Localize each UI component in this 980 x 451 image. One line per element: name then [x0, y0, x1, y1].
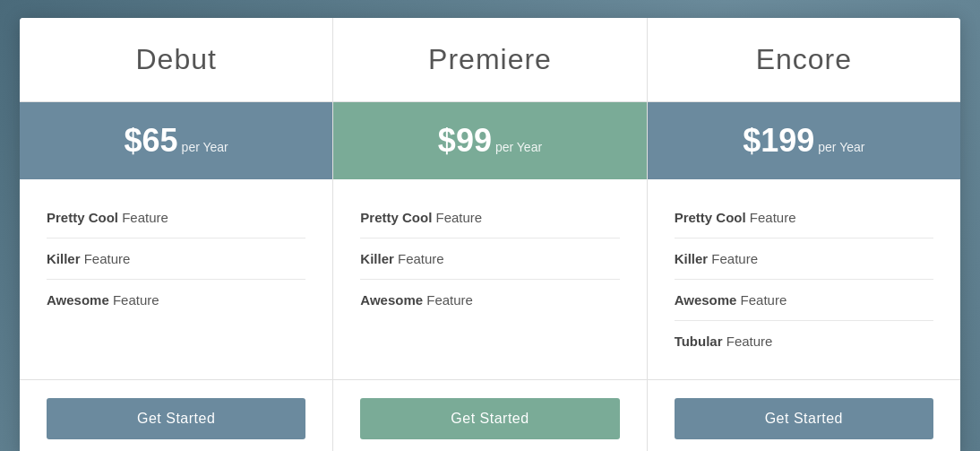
- plan-debut-header: Debut: [20, 18, 332, 102]
- plan-encore-feature-2: Awesome Feature: [675, 280, 933, 321]
- plan-premiere: Premiere$99per YearPretty Cool FeatureKi…: [333, 18, 647, 451]
- plan-debut-feature-0-bold: Pretty Cool: [47, 210, 118, 225]
- plan-premiere-features: Pretty Cool FeatureKiller FeatureAwesome…: [333, 179, 646, 379]
- plan-premiere-price: $99: [438, 122, 492, 159]
- plan-debut-feature-1-bold: Killer: [47, 251, 81, 266]
- plan-debut-price: $65: [125, 122, 178, 159]
- plan-premiere-header: Premiere: [333, 18, 646, 102]
- plan-encore-period: per Year: [818, 140, 864, 154]
- plan-encore-price: $199: [743, 122, 814, 159]
- plan-encore-feature-3-bold: Tubular: [675, 334, 723, 349]
- plan-premiere-cta-button[interactable]: Get Started: [360, 398, 619, 439]
- plan-encore: Encore$199per YearPretty Cool FeatureKil…: [648, 18, 960, 451]
- plan-premiere-feature-1-bold: Killer: [360, 251, 394, 266]
- plan-encore-price-row: $199per Year: [648, 102, 960, 179]
- plan-debut-cta-button[interactable]: Get Started: [47, 398, 305, 439]
- plan-debut-feature-2-bold: Awesome: [47, 292, 109, 308]
- plan-encore-feature-1: Killer Feature: [675, 239, 933, 280]
- plan-premiere-feature-1: Killer Feature: [360, 239, 619, 280]
- plan-encore-footer: Get Started: [648, 379, 960, 451]
- plan-debut-period: per Year: [182, 140, 228, 154]
- plan-debut-feature-0: Pretty Cool Feature: [47, 197, 305, 239]
- plan-encore-cta-button[interactable]: Get Started: [675, 398, 933, 439]
- plan-encore-features: Pretty Cool FeatureKiller FeatureAwesome…: [648, 179, 960, 379]
- plan-encore-name: Encore: [666, 43, 942, 76]
- plan-debut-price-row: $65per Year: [20, 102, 332, 179]
- plan-debut: Debut$65per YearPretty Cool FeatureKille…: [20, 18, 333, 451]
- plan-premiere-feature-0: Pretty Cool Feature: [360, 197, 619, 239]
- plan-premiere-feature-2-bold: Awesome: [360, 292, 423, 308]
- plan-premiere-footer: Get Started: [333, 379, 646, 451]
- plan-debut-footer: Get Started: [20, 379, 332, 451]
- plan-debut-feature-1: Killer Feature: [47, 239, 305, 280]
- plan-encore-feature-3: Tubular Feature: [675, 321, 933, 361]
- plan-encore-feature-0-bold: Pretty Cool: [675, 210, 746, 225]
- plan-encore-feature-0: Pretty Cool Feature: [675, 197, 933, 239]
- plan-encore-feature-1-bold: Killer: [675, 251, 709, 266]
- pricing-table: Debut$65per YearPretty Cool FeatureKille…: [20, 18, 960, 451]
- plan-premiere-feature-2: Awesome Feature: [360, 280, 619, 320]
- plan-encore-header: Encore: [648, 18, 960, 102]
- plan-premiere-price-row: $99per Year: [333, 102, 646, 179]
- plan-debut-name: Debut: [38, 43, 314, 76]
- plan-debut-feature-2: Awesome Feature: [47, 280, 305, 320]
- plan-premiere-feature-0-bold: Pretty Cool: [360, 210, 432, 225]
- plan-premiere-period: per Year: [495, 140, 542, 154]
- plan-encore-feature-2-bold: Awesome: [675, 292, 737, 308]
- plan-premiere-name: Premiere: [351, 43, 628, 76]
- plan-debut-features: Pretty Cool FeatureKiller FeatureAwesome…: [20, 179, 332, 379]
